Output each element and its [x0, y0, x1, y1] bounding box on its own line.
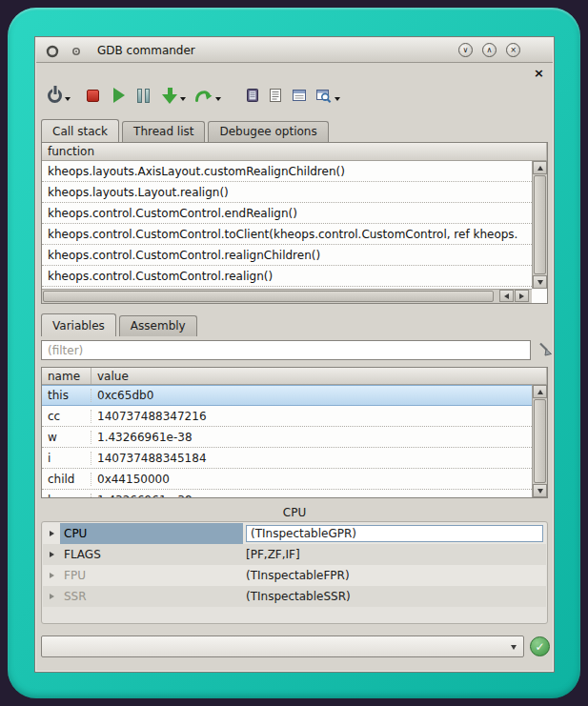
window-title: GDB commander — [97, 44, 195, 57]
shade-button[interactable]: ∨ — [458, 43, 473, 57]
cpu-row-name: FLAGS — [60, 544, 243, 565]
filter-input[interactable] — [41, 340, 531, 360]
cpu-row[interactable]: FLAGS [PF,ZF,IF] — [43, 544, 546, 565]
cpu-row-name: CPU — [60, 523, 243, 544]
tab-variables[interactable]: Variables — [41, 313, 116, 336]
cpu-group-title: CPU — [41, 506, 548, 520]
expander-icon[interactable] — [43, 531, 60, 536]
cpu-row-value[interactable]: (TInspectableGPR) — [246, 525, 543, 542]
call-stack-row[interactable]: kheops.control.CustomControl.toClient(kh… — [42, 224, 532, 245]
run-icon — [113, 88, 125, 103]
vscroll-thumb[interactable] — [534, 175, 546, 274]
expander-icon[interactable] — [43, 573, 60, 578]
pause-button[interactable] — [133, 89, 150, 103]
variable-name: cc — [42, 410, 91, 423]
step-into-dropdown-icon[interactable] — [180, 97, 186, 101]
maximize-button[interactable]: ∧ — [482, 43, 497, 57]
run-button[interactable] — [108, 88, 125, 103]
cpu-row-value: [PF,ZF,IF] — [243, 544, 546, 565]
tab-call-stack[interactable]: Call stack — [41, 119, 119, 142]
expander-icon[interactable] — [43, 594, 60, 599]
command-combobox[interactable] — [41, 635, 524, 657]
scroll-right-button[interactable] — [515, 290, 529, 302]
titlebar[interactable]: GDB commander ∨ ∧ × — [36, 38, 553, 63]
inspect-button[interactable] — [315, 88, 340, 104]
step-over-dropdown-icon[interactable] — [215, 97, 221, 101]
column-header-function[interactable]: function — [42, 143, 547, 160]
inspect-window-icon — [315, 88, 332, 104]
variable-name: i — [42, 452, 91, 465]
variable-row[interactable]: cc 140737488347216 — [42, 406, 532, 427]
stop-icon — [87, 90, 99, 102]
call-stack-row[interactable]: kheops.control.CustomControl.endRealign(… — [42, 203, 532, 224]
variables-panel: name value this 0xc65db0 cc 140737488347… — [41, 367, 548, 498]
step-over-icon — [194, 88, 213, 103]
variable-row[interactable]: this 0xc65db0 — [42, 385, 532, 406]
vscroll-thumb[interactable] — [534, 399, 546, 483]
column-header-name[interactable]: name — [42, 368, 91, 384]
clear-filter-icon[interactable] — [537, 341, 554, 357]
cpu-row[interactable]: SSR (TInspectableSSR) — [43, 586, 546, 607]
cpu-row[interactable]: FPU (TInspectableFPR) — [43, 565, 546, 586]
cpu-row[interactable]: CPU (TInspectableGPR) — [43, 523, 546, 544]
variables-list: this 0xc65db0 cc 140737488347216 w 1.432… — [42, 385, 532, 497]
close-button[interactable]: × — [506, 43, 520, 57]
variable-row[interactable]: b 1.43266961e-38 — [42, 490, 532, 497]
scroll-down-button[interactable] — [533, 275, 547, 289]
call-stack-row[interactable]: kheops.layouts.Layout.realign() — [42, 182, 532, 203]
variable-row[interactable]: i 140737488345184 — [42, 448, 532, 469]
variable-value: 0x44150000 — [91, 473, 532, 486]
power-button[interactable] — [48, 89, 71, 103]
call-stack-row[interactable]: kheops.layouts.AxisLayout.customRealignC… — [42, 161, 532, 182]
variable-name: this — [42, 389, 91, 402]
stop-button[interactable] — [79, 90, 99, 102]
call-stack-hscrollbar[interactable] — [42, 289, 532, 303]
registers-window-icon — [292, 88, 307, 103]
call-stack-row[interactable]: kheops.control.CustomControl.realignChil… — [42, 245, 532, 266]
expander-icon[interactable] — [43, 552, 60, 557]
cpu-row-value-cell: (TInspectableGPR) — [243, 523, 546, 544]
variable-value: 140737488347216 — [91, 410, 532, 423]
variable-row[interactable]: w 1.43266961e-38 — [42, 427, 532, 448]
scroll-left-button[interactable] — [499, 290, 514, 302]
pause-icon — [137, 89, 150, 103]
power-dropdown-icon[interactable] — [65, 97, 71, 101]
hscroll-thumb[interactable] — [43, 291, 494, 302]
log-button[interactable] — [245, 88, 260, 103]
variable-row[interactable]: child 0x44150000 — [42, 469, 532, 490]
tab-thread-list[interactable]: Thread list — [122, 121, 205, 142]
dock-close-icon[interactable]: × — [534, 67, 544, 79]
cpu-row-value: (TInspectableFPR) — [243, 565, 546, 586]
scroll-up-button[interactable] — [533, 161, 547, 174]
step-into-button[interactable] — [158, 88, 186, 104]
registers-button[interactable] — [292, 88, 307, 103]
inspect-dropdown-icon[interactable] — [335, 97, 340, 101]
variables-vscrollbar[interactable] — [532, 385, 547, 497]
app-icon — [45, 43, 60, 58]
call-stack-vscrollbar[interactable] — [532, 161, 547, 289]
scroll-down-button[interactable] — [533, 484, 547, 497]
column-header-value[interactable]: value — [91, 368, 547, 384]
variable-value: 0xc65db0 — [91, 389, 532, 402]
scroll-up-button[interactable] — [533, 385, 547, 398]
power-icon — [48, 89, 62, 103]
debug-toolbar — [48, 83, 544, 108]
cpu-group: CPU CPU (TInspectableGPR) FLAGS [PF,ZF,I… — [41, 506, 548, 624]
tab-assembly[interactable]: Assembly — [119, 315, 197, 336]
output-button[interactable] — [269, 88, 283, 103]
step-over-button[interactable] — [194, 88, 221, 103]
variable-value: 1.43266961e-38 — [91, 494, 532, 498]
combo-dropdown-icon[interactable] — [511, 645, 517, 650]
desktop: { "window": { "title": "GDB commander", … — [0, 0, 588, 706]
output-icon — [269, 88, 283, 103]
send-command-button[interactable]: ✓ — [530, 636, 550, 656]
variable-name: w — [42, 431, 91, 444]
widget-menu-icon[interactable] — [69, 43, 84, 58]
call-stack-row[interactable]: kheops.control.CustomControl.realign() — [42, 266, 532, 287]
gdb-commander-window: GDB commander ∨ ∧ × × — [34, 36, 555, 673]
filter-field-wrap — [41, 340, 531, 360]
middle-tabbar: Variables Assembly — [41, 314, 200, 336]
tab-debugee-options[interactable]: Debugee options — [208, 121, 328, 142]
variable-name: b — [42, 494, 91, 498]
variables-header: name value — [42, 368, 547, 385]
